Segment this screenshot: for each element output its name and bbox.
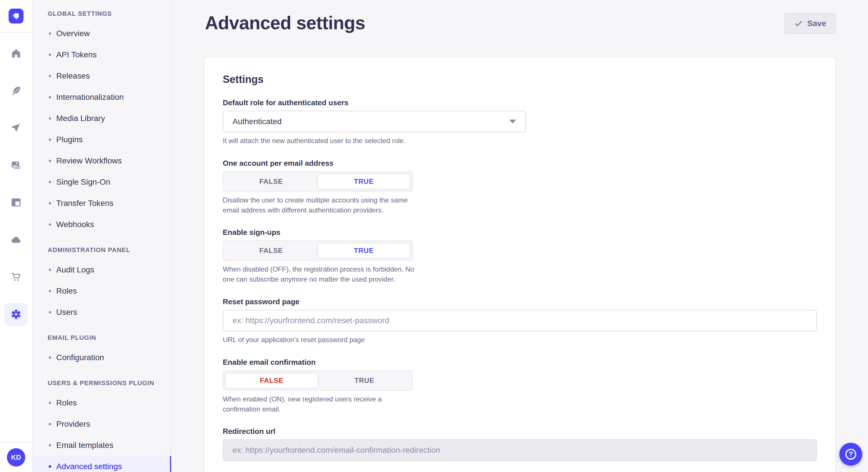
sidebar-item-internationalization[interactable]: Internationalization [33,87,171,108]
layout-icon[interactable] [5,191,28,214]
sidebar-item-overview[interactable]: Overview [33,23,171,44]
reset-password-hint: URL of your application's reset password… [223,335,817,345]
bullet-icon [49,202,51,204]
field-default-role: Default role for authenticated users Aut… [223,98,817,146]
sidebar-item-releases[interactable]: Releases [33,65,171,87]
bullet-icon [49,32,51,35]
default-role-label: Default role for authenticated users [223,98,817,107]
gear-icon[interactable] [5,303,28,326]
sidebar-section-title: GLOBAL SETTINGS [33,9,171,19]
sidebar-item-label: Audit Logs [56,265,94,274]
sidebar-item-roles[interactable]: Roles [33,392,171,413]
sidebar-item-configuration[interactable]: Configuration [33,347,171,368]
redirection-url-label: Redirection url [223,427,817,436]
default-role-select[interactable]: Authenticated [223,111,526,133]
field-enable-sign-ups: Enable sign-ups FALSE TRUE When disabled… [223,228,817,284]
one-account-toggle-true[interactable]: TRUE [317,173,410,190]
page-title: Advanced settings [205,11,365,34]
reset-password-label: Reset password page [223,297,817,306]
sidebar-item-label: Users [56,308,77,317]
sidebar-section-title: USERS & PERMISSIONS PLUGIN [33,378,171,388]
sidebar-item-audit-logs[interactable]: Audit Logs [33,259,171,280]
cart-icon[interactable] [5,266,28,289]
sidebar-item-plugins[interactable]: Plugins [33,129,171,150]
check-icon [794,19,803,28]
sidebar-item-api-tokens[interactable]: API Tokens [33,44,171,65]
icon-rail: KD [0,0,33,472]
one-account-toggle: FALSE TRUE [223,171,413,192]
sidebar-item-label: Email templates [56,441,113,450]
sidebar-item-label: Providers [56,419,90,429]
sidebar-item-users[interactable]: Users [33,302,171,323]
sidebar-item-transfer-tokens[interactable]: Transfer Tokens [33,193,171,214]
one-account-hint: Disallow the user to create multiple acc… [223,195,415,215]
sidebar-item-label: Advanced settings [56,462,122,471]
sidebar-item-label: Review Workflows [56,156,122,165]
sidebar-item-label: Releases [56,71,90,80]
home-icon[interactable] [5,42,28,65]
sidebar-item-label: Roles [56,286,77,296]
email-confirmation-toggle-false[interactable]: FALSE [225,372,318,389]
strapi-logo-icon [9,9,24,24]
avatar[interactable]: KD [7,448,25,467]
bullet-icon [49,224,51,226]
sign-ups-label: Enable sign-ups [223,228,817,237]
quill-icon[interactable] [5,79,28,102]
one-account-toggle-false[interactable]: FALSE [225,173,317,190]
bullet-icon [49,269,51,271]
redirection-url-input[interactable] [223,439,817,461]
sign-ups-toggle-false[interactable]: FALSE [225,243,317,259]
media-images-icon[interactable] [5,154,28,177]
rail-bottom: KD [0,442,32,472]
sidebar-item-label: API Tokens [56,50,97,59]
save-button-label: Save [807,19,826,28]
sign-ups-toggle: FALSE TRUE [223,240,413,261]
bullet-icon [49,290,51,292]
paper-plane-icon[interactable] [5,116,28,139]
help-button[interactable]: ? [839,443,862,466]
default-role-value: Authenticated [232,117,282,126]
sidebar-item-providers[interactable]: Providers [33,413,171,435]
field-redirection-url: Redirection url [223,427,817,461]
sidebar-item-label: Webhooks [56,220,94,229]
strapi-logo[interactable] [0,0,32,33]
sidebar-item-label: Transfer Tokens [56,199,113,208]
bullet-icon [49,96,51,98]
bullet-icon [49,181,51,183]
sidebar-item-email-templates[interactable]: Email templates [33,435,171,456]
reset-password-input[interactable] [223,310,817,332]
bullet-icon [49,138,51,141]
sidebar-item-advanced-settings[interactable]: Advanced settings [33,456,171,472]
sidebar-item-review-workflows[interactable]: Review Workflows [33,150,171,171]
page-header: Advanced settings Save [172,0,868,57]
field-reset-password-page: Reset password page URL of your applicat… [223,297,817,345]
sidebar-item-webhooks[interactable]: Webhooks [33,214,171,235]
email-confirmation-toggle: FALSE TRUE [223,370,413,391]
bullet-icon [49,357,51,359]
sidebar-item-roles[interactable]: Roles [33,280,171,302]
sidebar-item-label: Media Library [56,114,105,123]
sidebar-item-single-sign-on[interactable]: Single Sign-On [33,171,171,193]
email-confirmation-hint: When enabled (ON), new registered users … [223,394,415,414]
sidebar-item-label: Overview [56,29,90,38]
email-confirmation-toggle-true[interactable]: TRUE [318,372,410,389]
bullet-icon [49,465,51,468]
sign-ups-toggle-true[interactable]: TRUE [317,243,410,259]
sidebar-item-label: Plugins [56,135,83,144]
sign-ups-hint: When disabled (OFF), the registration pr… [223,264,415,284]
card-heading: Settings [223,73,817,86]
bullet-icon [49,423,51,425]
bullet-icon [49,311,51,313]
bullet-icon [49,160,51,162]
cloud-icon[interactable] [5,228,28,251]
sidebar-item-label: Single Sign-On [56,177,110,187]
chevron-down-icon [509,120,516,124]
sidebar-item-label: Internationalization [56,93,124,102]
save-button[interactable]: Save [784,13,836,34]
settings-subnav: GLOBAL SETTINGSOverviewAPI TokensRelease… [33,0,172,472]
sidebar-item-media-library[interactable]: Media Library [33,108,171,129]
sidebar-section-title: ADMINISTRATION PANEL [33,245,171,255]
main-content: Advanced settings Save Settings Default … [172,0,868,472]
sidebar-section-title: EMAIL PLUGIN [33,333,171,342]
question-mark-icon: ? [845,449,856,460]
